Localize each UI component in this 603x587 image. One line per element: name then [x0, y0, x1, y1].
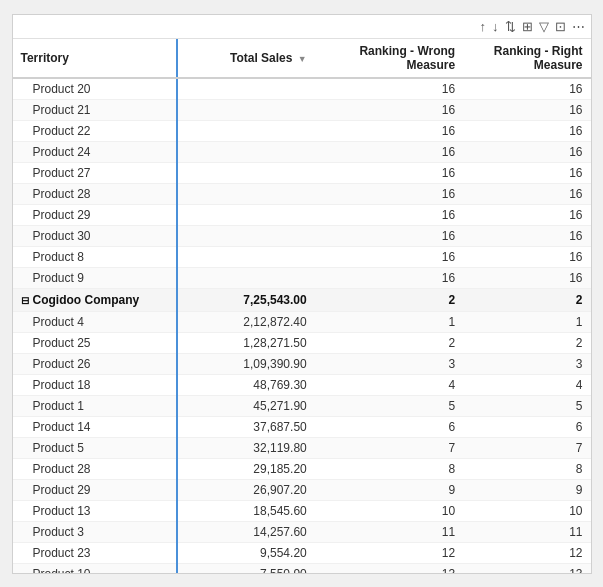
- sort-asc-icon[interactable]: ↑: [480, 19, 487, 34]
- expand-collapse-icon[interactable]: ⊟: [21, 295, 29, 306]
- cell-ranking-wrong: 3: [315, 353, 463, 374]
- cell-total-sales: 7,25,543.00: [177, 288, 315, 311]
- cell-ranking-right: 16: [463, 246, 590, 267]
- table-row: Product 241616: [13, 141, 591, 162]
- table-row: Product 239,554.201212: [13, 542, 591, 563]
- cell-territory: Product 1: [13, 395, 177, 416]
- cell-territory: Product 5: [13, 437, 177, 458]
- cell-total-sales: [177, 204, 315, 225]
- cell-ranking-right: 9: [463, 479, 590, 500]
- cell-ranking-right: 3: [463, 353, 590, 374]
- cell-ranking-wrong: 16: [315, 246, 463, 267]
- table-scroll[interactable]: Territory Total Sales ▼ Ranking - Wrong …: [13, 39, 591, 573]
- cell-territory: ⊟Cogidoo Company: [13, 288, 177, 311]
- more-icon[interactable]: ⋯: [572, 19, 585, 34]
- table-row: Product 1437,687.5066: [13, 416, 591, 437]
- sort-both-icon[interactable]: ⇅: [505, 19, 516, 34]
- table-row: Product 2926,907.2099: [13, 479, 591, 500]
- col-territory[interactable]: Territory: [13, 39, 177, 78]
- table-row: Product 314,257.601111: [13, 521, 591, 542]
- cell-territory: Product 29: [13, 479, 177, 500]
- cell-total-sales: 48,769.30: [177, 374, 315, 395]
- cell-territory: Product 29: [13, 204, 177, 225]
- expand-icon[interactable]: ⊞: [522, 19, 533, 34]
- cell-ranking-wrong: 11: [315, 521, 463, 542]
- table-row: Product 301616: [13, 225, 591, 246]
- cell-ranking-right: 8: [463, 458, 590, 479]
- table-row: Product 201616: [13, 78, 591, 100]
- cell-territory: Product 8: [13, 246, 177, 267]
- table-row: Product 281616: [13, 183, 591, 204]
- col-ranking-wrong[interactable]: Ranking - Wrong Measure: [315, 39, 463, 78]
- table-row: Product 211616: [13, 99, 591, 120]
- cell-ranking-wrong: 8: [315, 458, 463, 479]
- cell-total-sales: 9,554.20: [177, 542, 315, 563]
- cell-ranking-wrong: 16: [315, 99, 463, 120]
- cell-ranking-wrong: 16: [315, 78, 463, 100]
- filter-icon[interactable]: ▽: [539, 19, 549, 34]
- table-row: Product 261,09,390.9033: [13, 353, 591, 374]
- cell-territory: Product 28: [13, 458, 177, 479]
- cell-ranking-wrong: 9: [315, 479, 463, 500]
- cell-total-sales: 45,271.90: [177, 395, 315, 416]
- cell-territory: Product 22: [13, 120, 177, 141]
- cell-territory: Product 20: [13, 78, 177, 100]
- cell-ranking-wrong: 1: [315, 311, 463, 332]
- cell-territory: Product 14: [13, 416, 177, 437]
- cell-ranking-right: 16: [463, 120, 590, 141]
- cell-territory: Product 30: [13, 225, 177, 246]
- cell-total-sales: [177, 225, 315, 246]
- cell-ranking-right: 2: [463, 332, 590, 353]
- table-row: Product 145,271.9055: [13, 395, 591, 416]
- cell-ranking-right: 5: [463, 395, 590, 416]
- cell-total-sales: [177, 267, 315, 288]
- cell-ranking-right: 11: [463, 521, 590, 542]
- cell-total-sales: 7,550.90: [177, 563, 315, 573]
- cell-ranking-right: 16: [463, 225, 590, 246]
- cell-ranking-wrong: 16: [315, 267, 463, 288]
- cell-ranking-right: 10: [463, 500, 590, 521]
- cell-total-sales: 18,545.60: [177, 500, 315, 521]
- table-row: Product 1318,545.601010: [13, 500, 591, 521]
- cell-ranking-wrong: 7: [315, 437, 463, 458]
- cell-total-sales: 1,28,271.50: [177, 332, 315, 353]
- table-row: Product 1848,769.3044: [13, 374, 591, 395]
- table-row: Product 81616: [13, 246, 591, 267]
- cell-total-sales: 2,12,872.40: [177, 311, 315, 332]
- col-ranking-right[interactable]: Ranking - Right Measure: [463, 39, 590, 78]
- cell-territory: Product 18: [13, 374, 177, 395]
- sort-desc-icon[interactable]: ↓: [492, 19, 499, 34]
- cell-ranking-right: 6: [463, 416, 590, 437]
- table-row: Product 251,28,271.5022: [13, 332, 591, 353]
- cell-ranking-wrong: 16: [315, 141, 463, 162]
- data-table: Territory Total Sales ▼ Ranking - Wrong …: [13, 39, 591, 573]
- table-row: Product 271616: [13, 162, 591, 183]
- cell-territory: Product 21: [13, 99, 177, 120]
- toolbar: ↑ ↓ ⇅ ⊞ ▽ ⊡ ⋯: [13, 15, 591, 39]
- cell-total-sales: [177, 183, 315, 204]
- cell-total-sales: [177, 141, 315, 162]
- cell-ranking-right: 16: [463, 162, 590, 183]
- cell-territory: Product 26: [13, 353, 177, 374]
- cell-ranking-wrong: 10: [315, 500, 463, 521]
- cell-ranking-right: 13: [463, 563, 590, 573]
- cell-ranking-wrong: 5: [315, 395, 463, 416]
- col-total-sales[interactable]: Total Sales ▼: [177, 39, 315, 78]
- cell-total-sales: [177, 246, 315, 267]
- cell-territory: Product 10: [13, 563, 177, 573]
- table-row: Product 221616: [13, 120, 591, 141]
- cell-total-sales: [177, 120, 315, 141]
- cell-ranking-wrong: 16: [315, 162, 463, 183]
- layout-icon[interactable]: ⊡: [555, 19, 566, 34]
- cell-ranking-right: 7: [463, 437, 590, 458]
- cell-ranking-wrong: 6: [315, 416, 463, 437]
- cell-ranking-right: 16: [463, 204, 590, 225]
- cell-total-sales: 32,119.80: [177, 437, 315, 458]
- cell-ranking-right: 12: [463, 542, 590, 563]
- cell-ranking-right: 4: [463, 374, 590, 395]
- cell-total-sales: [177, 78, 315, 100]
- cell-ranking-wrong: 12: [315, 542, 463, 563]
- cell-ranking-wrong: 16: [315, 204, 463, 225]
- table-row: Product 91616: [13, 267, 591, 288]
- cell-ranking-wrong: 2: [315, 288, 463, 311]
